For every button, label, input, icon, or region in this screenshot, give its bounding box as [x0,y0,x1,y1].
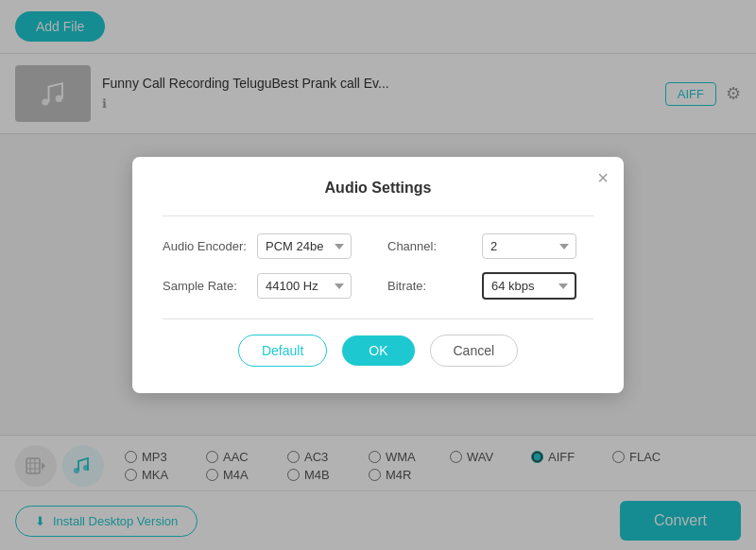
sample-rate-label: Sample Rate: [163,279,248,293]
modal-close-button[interactable]: × [597,168,609,187]
sample-rate-select[interactable]: 44100 Hz 22050 Hz 48000 Hz [257,273,352,299]
modal-title: Audio Settings [163,180,593,197]
bitrate-row: Bitrate: 64 kbps 128 kbps 192 kbps 256 k… [387,272,593,300]
cancel-button[interactable]: Cancel [430,335,519,367]
channel-row: Channel: 1 2 4 6 [387,233,593,259]
bitrate-select[interactable]: 64 kbps 128 kbps 192 kbps 256 kbps 320 k… [482,272,576,300]
channel-select[interactable]: 1 2 4 6 [482,233,576,259]
audio-encoder-row: Audio Encoder: PCM 24be PCM 16be PCM 32b… [163,233,369,259]
audio-encoder-label: Audio Encoder: [163,239,248,253]
modal-top-divider [163,215,593,216]
modal-bottom-divider [163,318,593,319]
ok-button[interactable]: OK [342,335,414,366]
channel-label: Channel: [387,239,472,253]
modal-buttons: Default OK Cancel [163,335,593,367]
settings-grid: Audio Encoder: PCM 24be PCM 16be PCM 32b… [163,233,593,300]
audio-settings-modal: × Audio Settings Audio Encoder: PCM 24be… [132,157,624,393]
default-button[interactable]: Default [238,335,327,367]
bitrate-label: Bitrate: [387,279,472,293]
audio-encoder-select[interactable]: PCM 24be PCM 16be PCM 32be [257,233,352,259]
modal-overlay: × Audio Settings Audio Encoder: PCM 24be… [0,0,756,550]
sample-rate-row: Sample Rate: 44100 Hz 22050 Hz 48000 Hz [163,272,369,300]
